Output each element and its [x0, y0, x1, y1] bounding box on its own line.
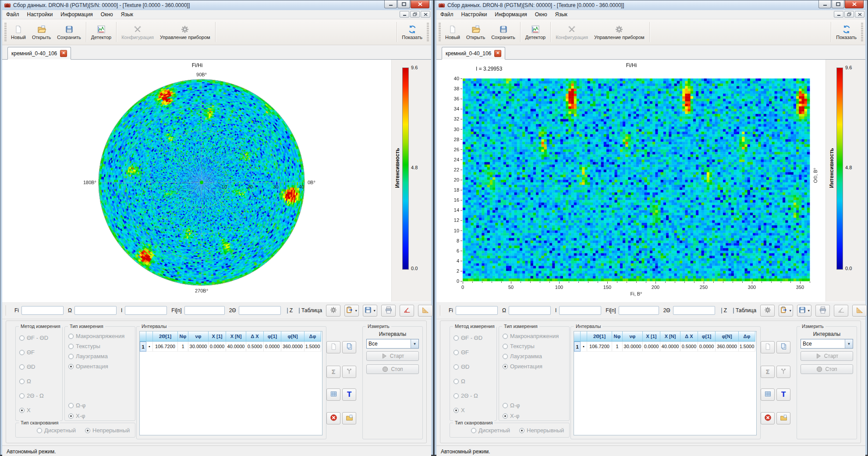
toolbar-grip[interactable]: [439, 23, 441, 41]
print-button[interactable]: [815, 305, 830, 317]
z-checkbox[interactable]: [721, 308, 722, 314]
save-data-button[interactable]: ▼: [797, 305, 811, 317]
menu-language[interactable]: Язык: [551, 11, 571, 19]
minimize-button[interactable]: [818, 0, 831, 8]
toolbar-grip[interactable]: [4, 23, 7, 41]
sum-button[interactable]: Σ: [326, 366, 340, 378]
menu-file[interactable]: Файл: [436, 11, 457, 19]
export-button[interactable]: ▼: [779, 305, 793, 317]
toolbar-grip[interactable]: [427, 23, 429, 41]
print-button[interactable]: [381, 305, 396, 317]
menu-window[interactable]: Окно: [531, 11, 551, 19]
merge-button[interactable]: [342, 366, 356, 378]
table-row[interactable]: 1 • 106.7200 1 30.0000 0.0000 40.0000 0.…: [140, 342, 322, 352]
mdi-minimize-button[interactable]: [834, 11, 843, 18]
omega-input[interactable]: [74, 306, 117, 315]
mdi-restore-button[interactable]: [410, 11, 420, 18]
settings-button[interactable]: [326, 305, 340, 317]
radio-theta-f-theta-d[interactable]: ΘF - ΘD: [19, 335, 48, 341]
plot-canvas[interactable]: [2, 60, 392, 302]
table-checkbox[interactable]: [733, 308, 734, 314]
ruler-button[interactable]: [418, 305, 432, 317]
i-input[interactable]: [559, 306, 601, 315]
tab-dataset[interactable]: кремний_0-40_106 ✕: [442, 47, 505, 60]
new-button[interactable]: Новый: [442, 20, 463, 44]
save-data-button[interactable]: ▼: [363, 305, 377, 317]
duplicate-button[interactable]: [776, 412, 790, 424]
mdi-close-button[interactable]: [855, 11, 864, 18]
copy-interval-button[interactable]: [342, 341, 356, 353]
angle-measure-button[interactable]: [834, 305, 848, 317]
ruler-button[interactable]: [852, 305, 867, 317]
open-button[interactable]: Открыть: [29, 20, 54, 44]
open-button[interactable]: Открыть: [463, 20, 488, 44]
menu-settings[interactable]: Настройки: [23, 11, 57, 19]
radio-2theta-omega[interactable]: 2Θ - Ω: [453, 392, 478, 399]
add-interval-button[interactable]: [761, 341, 775, 353]
detector-button[interactable]: Детектор: [88, 20, 114, 44]
radio-macrostress[interactable]: Макронапряжения: [503, 333, 559, 339]
radio-chi-phi[interactable]: X-φ: [503, 413, 519, 419]
fi-input[interactable]: [456, 306, 498, 315]
intervals-select[interactable]: Все ▼: [801, 339, 853, 349]
radio-chi-phi[interactable]: X-φ: [68, 413, 85, 419]
menu-file[interactable]: Файл: [2, 11, 23, 19]
tab-dataset[interactable]: кремний_0-40_106 ✕: [7, 47, 71, 60]
delete-interval-button[interactable]: [761, 412, 775, 424]
radio-chi[interactable]: X: [453, 407, 465, 413]
mdi-restore-button[interactable]: [844, 11, 854, 18]
new-button[interactable]: Новый: [8, 20, 29, 44]
radio-theta-f-theta-d[interactable]: ΘF - ΘD: [453, 335, 482, 341]
start-button[interactable]: Старт: [366, 351, 419, 361]
radio-textures[interactable]: Текстуры: [68, 343, 100, 349]
radio-omega-phi[interactable]: Ω-φ: [503, 402, 520, 409]
angle-measure-button[interactable]: [400, 305, 414, 317]
table-view-button[interactable]: [761, 388, 775, 401]
save-button[interactable]: Сохранить: [54, 20, 84, 44]
export-button[interactable]: ▼: [344, 305, 359, 317]
menu-information[interactable]: Информация: [491, 11, 531, 19]
i-input[interactable]: [125, 306, 167, 315]
title-bar[interactable]: Сбор данных. DRON-8 (PGTM)[S/N: 00000] -…: [436, 0, 865, 10]
omega-input[interactable]: [509, 306, 551, 315]
menu-information[interactable]: Информация: [57, 11, 96, 19]
radio-discrete[interactable]: Дискретный: [37, 427, 76, 434]
mdi-close-button[interactable]: [421, 11, 430, 18]
start-button[interactable]: Старт: [801, 351, 853, 361]
radio-omega[interactable]: Ω: [19, 378, 31, 385]
fi-n-input[interactable]: [184, 306, 225, 315]
radio-omega[interactable]: Ω: [453, 378, 465, 385]
title-bar[interactable]: Сбор данных. DRON-8 (PGTM)[S/N: 00000] -…: [2, 0, 431, 10]
radio-lauegram[interactable]: Лауэграмма: [503, 353, 542, 360]
radio-2theta-omega[interactable]: 2Θ - Ω: [19, 392, 44, 399]
merge-button[interactable]: [776, 366, 790, 378]
maximize-button[interactable]: [397, 0, 410, 8]
radio-omega-phi[interactable]: Ω-φ: [68, 402, 85, 409]
radio-continuous[interactable]: Непрерывный: [519, 427, 564, 434]
two-theta-input[interactable]: [673, 306, 715, 315]
stop-button[interactable]: Стоп: [366, 364, 419, 374]
show-button[interactable]: Показать: [833, 20, 860, 44]
plot-canvas[interactable]: [436, 60, 826, 302]
text-view-button[interactable]: T: [776, 388, 790, 401]
configuration-button[interactable]: Конфигурация: [553, 20, 591, 44]
text-view-button[interactable]: T: [342, 388, 356, 401]
fi-input[interactable]: [21, 306, 64, 315]
table-row[interactable]: 1 • 106.7200 1 30.0000 0.0000 40.0000 0.…: [574, 342, 756, 352]
table-checkbox[interactable]: [299, 308, 300, 314]
z-checkbox[interactable]: [287, 308, 288, 314]
radio-continuous[interactable]: Непрерывный: [85, 427, 130, 434]
tab-close-button[interactable]: ✕: [60, 50, 67, 57]
two-theta-input[interactable]: [239, 306, 281, 315]
toolbar-grip[interactable]: [861, 23, 863, 41]
close-button[interactable]: [411, 0, 429, 8]
instrument-control-button[interactable]: Управление прибором: [591, 20, 648, 44]
close-button[interactable]: [845, 0, 864, 8]
radio-theta-f[interactable]: ΘF: [19, 349, 35, 356]
fi-n-input[interactable]: [619, 306, 659, 315]
menu-language[interactable]: Язык: [117, 11, 137, 19]
detector-button[interactable]: Детектор: [522, 20, 549, 44]
settings-button[interactable]: [760, 305, 775, 317]
table-view-button[interactable]: [326, 388, 340, 401]
radio-orientation[interactable]: Ориентация: [503, 363, 542, 370]
